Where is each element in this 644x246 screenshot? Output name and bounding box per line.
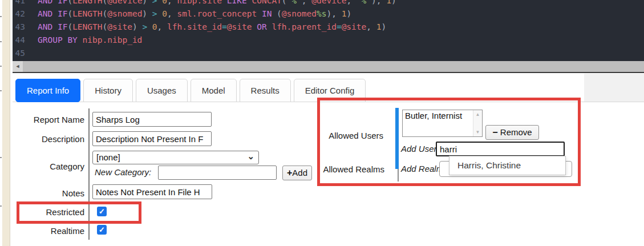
code-token: , <box>302 0 311 5</box>
new-category-input[interactable] <box>158 166 277 180</box>
code-token: , <box>346 0 356 5</box>
code-line: 45 <box>13 47 644 60</box>
code-token: ) <box>391 0 396 5</box>
suggestion-items: Harris, Christine <box>449 156 565 175</box>
line-number: 45 <box>13 47 38 60</box>
restricted-label: Restricted <box>17 207 84 217</box>
code-token: 0 <box>162 9 167 18</box>
allowed-users-highlight-bar <box>395 108 399 169</box>
tab-editor-config[interactable]: Editor Config <box>294 79 366 102</box>
code-token: @snomed <box>107 9 142 18</box>
edge-tick <box>0 205 2 207</box>
code-token: AND IF <box>38 22 67 31</box>
tab-history[interactable]: History <box>83 79 133 102</box>
allowed-realms-label: Allowed Realms <box>314 164 384 174</box>
edge-tick <box>0 157 2 158</box>
suggestion-item[interactable]: Harris, Christine <box>449 156 565 175</box>
allowed-users-label: Allowed Users <box>319 131 383 140</box>
remove-user-button[interactable]: − Remove <box>485 125 539 140</box>
code-token: ) <box>346 9 351 18</box>
edge-tick <box>0 41 2 42</box>
code-token: , <box>366 22 376 31</box>
tab-report-info[interactable]: Report Info <box>15 79 80 102</box>
scroll-up-icon[interactable]: ▲ <box>473 112 482 117</box>
code-token: LENGTH <box>72 0 102 5</box>
line-number: 43 <box>13 21 38 34</box>
code-token: > <box>152 9 157 18</box>
line-number: 44 <box>13 34 38 47</box>
description-label: Description <box>17 134 84 144</box>
add-user-input[interactable] <box>436 142 565 156</box>
add-user-label: Add User: <box>401 144 439 154</box>
category-selected-value: [none] <box>96 152 120 162</box>
code-lines: 41AND IF(LENGTH(@device) > 0, nibp.site … <box>13 0 644 60</box>
tab-usages[interactable]: Usages <box>136 79 188 102</box>
code-token: OR <box>257 22 266 31</box>
scroll-left-icon[interactable]: ◄ <box>13 61 23 72</box>
category-label: Category <box>17 162 84 171</box>
description-input[interactable] <box>92 131 212 146</box>
add-category-button[interactable]: +Add <box>282 166 312 180</box>
code-token: @site <box>342 22 367 31</box>
report-name-input[interactable] <box>92 112 212 127</box>
code-token: 1 <box>376 22 382 31</box>
code-line: 43AND IF(LENGTH(@site) > 0, lfh.site_id=… <box>13 21 644 34</box>
code-token: lfh.parent_id <box>272 22 337 31</box>
code-token: '%' <box>287 0 302 5</box>
listbox-scrollbar[interactable]: ▲ ▼ <box>473 110 482 136</box>
code-token: %s <box>317 9 326 18</box>
code-token: ) <box>382 22 387 31</box>
code-token <box>257 9 262 18</box>
code-token: ), <box>371 0 386 5</box>
code-token <box>157 0 163 5</box>
code-token: 1 <box>386 0 391 5</box>
realtime-checkbox[interactable]: ✓ <box>97 225 107 235</box>
code-token: LENGTH <box>72 9 102 18</box>
code-token: nibp.site <box>177 0 222 5</box>
code-token: ) <box>142 0 152 5</box>
sql-code-editor[interactable]: 41AND IF(LENGTH(@device) > 0, nibp.site … <box>13 0 644 61</box>
code-line: 41AND IF(LENGTH(@device) > 0, nibp.site … <box>13 0 644 7</box>
code-token: GROUP BY <box>38 35 78 45</box>
code-token: ( <box>103 22 108 31</box>
chevron-down-icon: ⌄ <box>247 150 254 163</box>
tab-bar: Report InfoHistoryUsagesModelResultsEdit… <box>15 78 368 102</box>
tab-results[interactable]: Results <box>240 79 291 102</box>
restricted-checkbox[interactable]: ✓ <box>97 207 107 216</box>
code-token <box>252 22 257 31</box>
code-token <box>157 9 163 18</box>
code-token: AND IF <box>38 9 67 18</box>
allowed-users-listbox[interactable]: Butler, Internist ▲ ▼ <box>402 110 483 137</box>
tab-model[interactable]: Model <box>191 79 237 102</box>
new-category-label: New Category: <box>95 167 151 177</box>
editor-horizontal-scrollbar[interactable]: ◄ <box>13 61 644 72</box>
code-token: ) <box>142 9 152 18</box>
code-token: ( <box>103 9 108 18</box>
user-autocomplete-dropdown: Harris, Christine <box>449 156 566 175</box>
code-token: > <box>152 0 157 5</box>
realtime-label: Realtime <box>17 226 84 236</box>
scrollbar-thumb[interactable] <box>23 61 644 72</box>
report-name-label: Report Name <box>17 115 84 124</box>
notes-input[interactable] <box>92 184 212 199</box>
code-token: IN <box>262 9 272 18</box>
code-token: ( <box>282 0 287 5</box>
code-token <box>147 22 152 31</box>
tabstrip-background <box>584 74 644 102</box>
code-token: ( <box>67 9 72 18</box>
code-token: @site <box>227 22 252 31</box>
code-token: CONCAT <box>252 0 281 5</box>
code-token: ) <box>132 22 142 31</box>
code-line: 42AND IF(LENGTH(@snomed) > 0, sml.root_c… <box>13 7 644 21</box>
category-select[interactable]: [none] ⌄ <box>92 151 259 164</box>
code-token: 0 <box>162 0 167 5</box>
scroll-down-icon[interactable]: ▼ <box>473 130 482 135</box>
code-token: > <box>142 22 147 31</box>
collapsed-side-panel <box>2 0 10 246</box>
edge-tick <box>0 16 2 17</box>
code-line: 44GROUP BY nibp.nibp_id <box>13 34 644 47</box>
notes-label: Notes <box>17 188 84 198</box>
allowed-user-item[interactable]: Butler, Internist <box>403 110 473 121</box>
code-token: LIKE <box>227 0 247 5</box>
line-number: 42 <box>13 7 38 21</box>
